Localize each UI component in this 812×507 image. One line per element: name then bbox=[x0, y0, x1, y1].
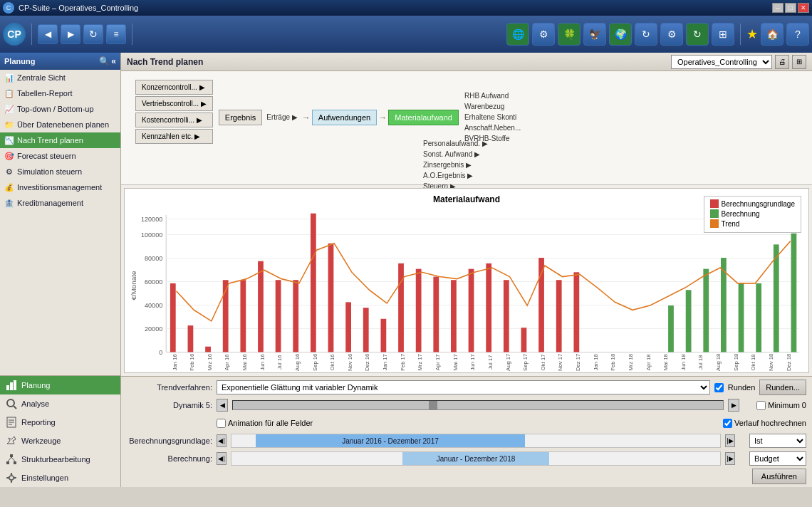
gear1-icon-btn[interactable]: ⚙ bbox=[532, 23, 555, 46]
ausfuhren-button[interactable]: Ausführen bbox=[752, 469, 806, 484]
bg-range-fill[interactable]: Januar 2016 - Dezember 2017 bbox=[256, 434, 524, 447]
minimum-label: Minimum 0 bbox=[768, 401, 806, 409]
sidebar-item-topdown[interactable]: 📈 Top-down / Bottom-up bbox=[0, 101, 120, 117]
slider-right-arrow[interactable]: ▶ bbox=[728, 399, 739, 412]
grid-view-button[interactable]: ⊞ bbox=[792, 55, 806, 69]
flow-ertraege[interactable]: Erträge ▶ bbox=[264, 112, 301, 122]
svg-rect-9 bbox=[10, 454, 13, 457]
home-icon-btn[interactable]: 🏠 bbox=[761, 23, 784, 46]
sidebar-item-forecast[interactable]: 🎯 Forecast steuern bbox=[0, 148, 120, 164]
svg-rect-75 bbox=[556, 280, 562, 352]
flow-personalaufwand[interactable]: Personalaufwand. ▶ bbox=[420, 139, 491, 148]
content-header-right: Operatives_Controlling 🖨 ⊞ bbox=[671, 55, 806, 69]
globe-icon-btn[interactable]: 🌐 bbox=[506, 23, 529, 46]
print-button[interactable]: 🖨 bbox=[775, 55, 789, 69]
maximize-button[interactable]: □ bbox=[785, 3, 796, 13]
sync-icon-btn[interactable]: ↻ bbox=[635, 23, 657, 46]
leaf-icon-btn[interactable]: 🍀 bbox=[558, 23, 581, 46]
flow-zinsergebnis[interactable]: Zinsergebnis ▶ bbox=[420, 160, 491, 169]
sidebar-collapse-icon[interactable]: « bbox=[111, 56, 116, 66]
context-dropdown[interactable]: Operatives_Controlling bbox=[671, 55, 772, 69]
sidebar-item-tabellen-report[interactable]: 📋 Tabellen-Report bbox=[0, 85, 120, 101]
sidebar-footer-planung[interactable]: Planung bbox=[0, 376, 120, 394]
sidebar-search-icon[interactable]: 🔍 bbox=[99, 56, 110, 66]
world-icon-btn[interactable]: 🌍 bbox=[609, 23, 632, 46]
flow-node-kosten[interactable]: Kostencontrolli... ▶ bbox=[135, 113, 213, 127]
runden-checkbox[interactable] bbox=[714, 383, 724, 392]
minimize-button[interactable]: – bbox=[772, 3, 784, 13]
b-end-btn[interactable]: |▶ bbox=[725, 452, 735, 465]
svg-rect-43 bbox=[276, 280, 281, 352]
svg-rect-69 bbox=[504, 280, 509, 352]
svg-rect-2 bbox=[14, 380, 16, 390]
flow-node-kennzahlen[interactable]: Kennzahlen etc. ▶ bbox=[135, 129, 213, 144]
bg-end-btn[interactable]: |▶ bbox=[725, 434, 735, 447]
flowchart-area: Konzerncontroll... ▶ Vertriebscontroll..… bbox=[121, 71, 812, 185]
sidebar-item-datenebenen[interactable]: 📁 Über Datenebenen planen bbox=[0, 117, 120, 132]
svg-text:Dez 17: Dez 17 bbox=[575, 354, 581, 371]
sidebar-item-kredit[interactable]: 🏦 Kreditmanagement bbox=[0, 195, 120, 211]
flow-node-konzern[interactable]: Konzerncontroll... ▶ bbox=[135, 80, 213, 95]
sidebar-item-zentrale-sicht[interactable]: 📊 Zentrale Sicht bbox=[0, 70, 120, 85]
animation-checkbox[interactable] bbox=[217, 419, 226, 428]
main-layout: Planung 🔍 « 📊 Zentrale Sicht 📋 Tabellen-… bbox=[0, 53, 812, 487]
flow-node-vertrieb[interactable]: Vertriebscontroll... ▶ bbox=[135, 96, 213, 111]
bg-start-btn[interactable]: ◀| bbox=[217, 434, 227, 447]
b-range-fill[interactable]: Januar - Dezember 2018 bbox=[402, 452, 549, 465]
trendverfahren-select[interactable]: Exponentielle Glättung mit variabler Dyn… bbox=[217, 380, 710, 394]
flow-warenbezug[interactable]: Warenbezug bbox=[462, 102, 524, 111]
forward-button[interactable]: ▶ bbox=[61, 24, 80, 44]
flow-ao-ergebnis[interactable]: A.O.Ergebnis ▶ bbox=[420, 171, 491, 180]
runden-button[interactable]: Runden... bbox=[759, 380, 806, 395]
sidebar-footer-analyse[interactable]: Analyse bbox=[0, 394, 120, 413]
chart-svg: 0 20000 40000 60000 80000 100000 120000 … bbox=[130, 207, 803, 373]
grid-icon-btn[interactable]: ⊞ bbox=[712, 23, 734, 46]
bg-type-select[interactable]: Ist bbox=[749, 434, 806, 448]
title-bar-left: C CP-Suite – Operatives_Controlling bbox=[3, 2, 138, 14]
b-start-btn[interactable]: ◀| bbox=[217, 452, 227, 465]
b-type-select[interactable]: Budget bbox=[749, 451, 806, 466]
svg-rect-95 bbox=[774, 244, 779, 352]
sidebar-label-simulation: Simulation steuern bbox=[17, 167, 82, 176]
sidebar-footer-reporting[interactable]: Reporting bbox=[0, 413, 120, 432]
sidebar-footer-einstellungen[interactable]: Einstellungen bbox=[0, 469, 120, 487]
app-logo: CP bbox=[3, 23, 26, 46]
flow-rhb[interactable]: RHB Aufwand bbox=[462, 91, 524, 100]
animation-row: Animation für alle Felder Verlauf hochre… bbox=[127, 415, 806, 431]
back-button[interactable]: ◀ bbox=[38, 24, 58, 44]
arrow2: → bbox=[377, 113, 388, 122]
flow-sonst-aufwand[interactable]: Sonst. Aufwand ▶ bbox=[420, 150, 491, 159]
refresh-button[interactable]: ↻ bbox=[83, 24, 103, 44]
gear2-icon-btn[interactable]: ⚙ bbox=[660, 23, 683, 46]
flow-node-ergebnis[interactable]: Ergebnis bbox=[219, 110, 262, 125]
sidebar-item-simulation[interactable]: ⚙ Simulation steuern bbox=[0, 164, 120, 179]
sidebar-footer-strukturbearbeitung[interactable]: Strukturbearbeitung bbox=[0, 450, 120, 469]
svg-rect-61 bbox=[433, 277, 439, 352]
sidebar-item-trend-planen[interactable]: 📉 Nach Trend planen bbox=[0, 132, 120, 148]
svg-rect-35 bbox=[205, 347, 211, 352]
menu-button[interactable]: ≡ bbox=[106, 24, 126, 44]
svg-rect-41 bbox=[258, 261, 264, 352]
close-button[interactable]: ✕ bbox=[798, 3, 809, 13]
sidebar-icon-investition: 💰 bbox=[4, 182, 14, 192]
flow-skonti[interactable]: Erhaltene Skonti bbox=[462, 113, 524, 122]
flow-node-materialaufwand[interactable]: Materialaufwand bbox=[388, 110, 459, 125]
refresh2-icon-btn[interactable]: ↻ bbox=[686, 23, 709, 46]
sidebar-item-investition[interactable]: 💰 Investitionsmanagement bbox=[0, 179, 120, 195]
minimum-checkbox[interactable] bbox=[756, 401, 766, 410]
ausfuhren-row: Ausführen bbox=[127, 469, 806, 484]
dynamik-slider[interactable] bbox=[232, 400, 724, 410]
sidebar-footer-werkzeuge[interactable]: Werkzeuge bbox=[0, 432, 120, 450]
svg-rect-45 bbox=[293, 280, 298, 352]
svg-rect-65 bbox=[469, 269, 474, 352]
star-icon[interactable]: ★ bbox=[746, 26, 758, 42]
svg-text:80000: 80000 bbox=[145, 254, 162, 261]
slider-thumb[interactable] bbox=[429, 401, 437, 409]
flow-node-aufwendungen[interactable]: Aufwendungen bbox=[312, 110, 377, 125]
slider-left-arrow[interactable]: ◀ bbox=[217, 399, 228, 412]
verlauf-checkbox[interactable] bbox=[723, 419, 732, 428]
footer-reporting-label: Reporting bbox=[21, 418, 56, 427]
bird-icon-btn[interactable]: 🦅 bbox=[583, 23, 606, 46]
help-icon-btn[interactable]: ? bbox=[786, 23, 809, 46]
flow-anschaff[interactable]: Anschaff.Neben... bbox=[462, 123, 524, 132]
